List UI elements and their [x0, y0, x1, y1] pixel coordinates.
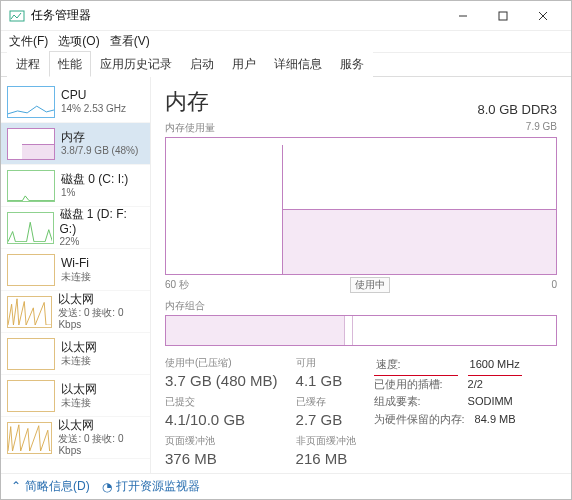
memory-usage-fill	[283, 209, 556, 274]
menu-view[interactable]: 查看(V)	[110, 33, 150, 50]
memory-composition-bar[interactable]	[165, 315, 557, 346]
eth1-thumbnail	[7, 296, 52, 328]
inuse-value: 3.7 GB (480 MB)	[165, 372, 278, 389]
sidebar-item-sub: 发送: 0 接收: 0 Kbps	[58, 433, 144, 457]
minimize-button[interactable]	[443, 2, 483, 30]
fewer-details-button[interactable]: ⌃ 简略信息(D)	[11, 478, 90, 495]
memory-total: 8.0 GB DDR3	[478, 102, 557, 117]
paged-label: 页面缓冲池	[165, 434, 278, 448]
tab-startup[interactable]: 启动	[181, 51, 223, 77]
sidebar-item-sub: 未连接	[61, 271, 91, 283]
sidebar-item-disk1[interactable]: 磁盘 1 (D: F: G:)22%	[1, 207, 150, 249]
app-icon	[9, 8, 25, 24]
cached-value: 2.7 GB	[296, 411, 356, 428]
chevron-up-icon: ⌃	[11, 479, 21, 493]
memory-stats: 使用中(已压缩) 3.7 GB (480 MB) 已提交 4.1/10.0 GB…	[165, 356, 557, 467]
eth4-thumbnail	[7, 422, 52, 454]
svg-rect-2	[499, 12, 507, 20]
inuse-label: 使用中(已压缩)	[165, 356, 278, 370]
footer: ⌃ 简略信息(D) ◔ 打开资源监视器	[1, 473, 571, 499]
menubar: 文件(F) 选项(O) 查看(V)	[1, 31, 571, 53]
tab-performance[interactable]: 性能	[49, 51, 91, 77]
form-value: SODIMM	[468, 393, 513, 411]
speed-value: 1600 MHz	[468, 356, 522, 376]
sidebar-item-label: Wi-Fi	[61, 256, 91, 270]
hwreserved-value: 84.9 MB	[475, 411, 516, 429]
sidebar-item-sub: 3.8/7.9 GB (48%)	[61, 145, 138, 157]
sidebar-item-sub: 未连接	[61, 397, 97, 409]
memory-details: 速度:1600 MHz 已使用的插槽:2/2 组成要素:SODIMM 为硬件保留…	[374, 356, 522, 467]
menu-options[interactable]: 选项(O)	[58, 33, 99, 50]
tab-details[interactable]: 详细信息	[265, 51, 331, 77]
commit-label: 已提交	[165, 395, 278, 409]
window-title: 任务管理器	[31, 7, 443, 24]
tab-app-history[interactable]: 应用历史记录	[91, 51, 181, 77]
sidebar-item-label: 以太网	[58, 292, 144, 306]
disk1-thumbnail	[7, 212, 54, 244]
sidebar-item-label: 以太网	[61, 340, 97, 354]
composition-label: 内存组合	[165, 299, 557, 313]
sidebar-item-label: 磁盘 0 (C: I:)	[61, 172, 128, 186]
hwreserved-label: 为硬件保留的内存:	[374, 411, 465, 429]
fewer-details-label: 简略信息(D)	[25, 478, 90, 495]
sidebar-item-sub: 14% 2.53 GHz	[61, 103, 126, 115]
nonpaged-value: 216 MB	[296, 450, 356, 467]
sidebar-item-ethernet-3[interactable]: 以太网未连接	[1, 375, 150, 417]
resmon-label: 打开资源监视器	[116, 478, 200, 495]
sidebar-item-memory[interactable]: 内存3.8/7.9 GB (48%)	[1, 123, 150, 165]
maximize-button[interactable]	[483, 2, 523, 30]
svg-rect-0	[10, 11, 24, 21]
avail-label: 可用	[296, 356, 356, 370]
menu-file[interactable]: 文件(F)	[9, 33, 48, 50]
chart-axis-right: 0	[551, 279, 557, 290]
sidebar-item-label: 以太网	[61, 382, 97, 396]
sidebar-item-sub: 未连接	[61, 355, 97, 367]
window-buttons	[443, 2, 563, 30]
usage-chart-label: 内存使用量	[165, 121, 215, 135]
sidebar-item-disk0[interactable]: 磁盘 0 (C: I:)1%	[1, 165, 150, 207]
sidebar-item-ethernet-2[interactable]: 以太网未连接	[1, 333, 150, 375]
memory-panel: 内存 8.0 GB DDR3 内存使用量 7.9 GB 60 秒 使用中 0 内…	[151, 77, 571, 473]
sidebar-item-sub: 发送: 0 接收: 0 Kbps	[58, 307, 144, 331]
sidebar-item-label: 内存	[61, 130, 138, 144]
open-resource-monitor-button[interactable]: ◔ 打开资源监视器	[102, 478, 200, 495]
eth2-thumbnail	[7, 338, 55, 370]
panel-title: 内存	[165, 87, 209, 117]
chart-axis-left: 60 秒	[165, 278, 189, 292]
close-button[interactable]	[523, 2, 563, 30]
sidebar-item-label: 磁盘 1 (D: F: G:)	[60, 207, 145, 236]
sidebar-item-cpu[interactable]: CPU14% 2.53 GHz	[1, 81, 150, 123]
composition-used	[166, 316, 345, 345]
form-label: 组成要素:	[374, 393, 458, 411]
disk0-thumbnail	[7, 170, 55, 202]
tabs: 进程 性能 应用历史记录 启动 用户 详细信息 服务	[1, 53, 571, 77]
sidebar-item-label: 以太网	[58, 418, 144, 432]
commit-value: 4.1/10.0 GB	[165, 411, 278, 428]
eth3-thumbnail	[7, 380, 55, 412]
cached-label: 已缓存	[296, 395, 356, 409]
inuse-badge: 使用中	[350, 277, 390, 293]
nonpaged-label: 非页面缓冲池	[296, 434, 356, 448]
task-manager-window: 任务管理器 文件(F) 选项(O) 查看(V) 进程 性能 应用历史记录 启动 …	[0, 0, 572, 500]
paged-value: 376 MB	[165, 450, 278, 467]
memory-usage-chart[interactable]	[165, 137, 557, 275]
tab-services[interactable]: 服务	[331, 51, 373, 77]
memory-thumbnail	[7, 128, 55, 160]
slots-label: 已使用的插槽:	[374, 376, 458, 394]
sidebar-item-ethernet-1[interactable]: 以太网发送: 0 接收: 0 Kbps	[1, 291, 150, 333]
avail-value: 4.1 GB	[296, 372, 356, 389]
performance-sidebar[interactable]: CPU14% 2.53 GHz 内存3.8/7.9 GB (48%) 磁盘 0 …	[1, 77, 151, 473]
slots-value: 2/2	[468, 376, 483, 394]
wifi-thumbnail	[7, 254, 55, 286]
tab-processes[interactable]: 进程	[7, 51, 49, 77]
sidebar-item-wifi[interactable]: Wi-Fi未连接	[1, 249, 150, 291]
sidebar-item-label: CPU	[61, 88, 126, 102]
titlebar[interactable]: 任务管理器	[1, 1, 571, 31]
sidebar-item-sub: 22%	[60, 236, 145, 248]
sidebar-item-sub: 1%	[61, 187, 128, 199]
resmon-icon: ◔	[102, 480, 112, 494]
sidebar-item-ethernet-4[interactable]: 以太网发送: 0 接收: 0 Kbps	[1, 417, 150, 459]
tab-users[interactable]: 用户	[223, 51, 265, 77]
composition-divider	[345, 316, 353, 345]
speed-label: 速度:	[374, 356, 458, 376]
